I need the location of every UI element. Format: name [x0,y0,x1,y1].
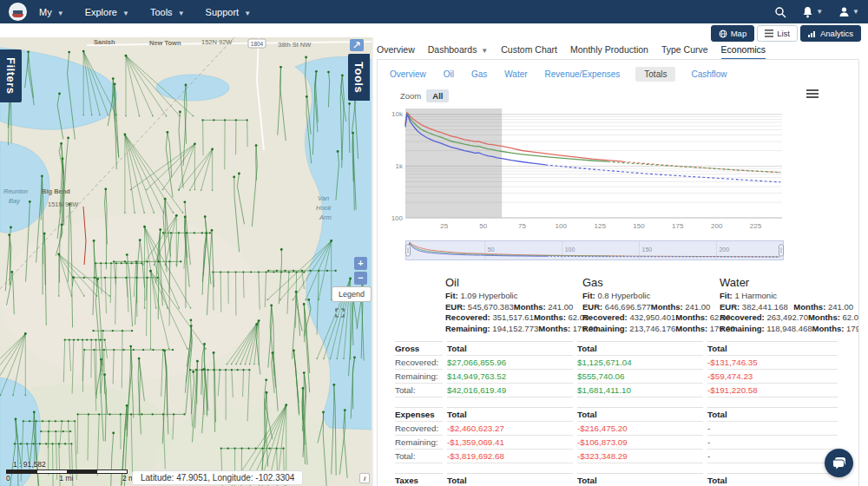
coordinates-readout: Latitude: 47.9051, Longitude: -102.3304 [132,470,303,485]
view-switcher: Map List Analytics [711,25,861,42]
table-row: Recovered:-$2,460,623.27-$216,475.20- [395,422,858,436]
menu-support[interactable]: Support ▼ [206,7,252,17]
globe-icon [719,30,727,38]
economics-subtab-bar: OverviewOilGasWaterRevenue/ExpensesTotal… [378,60,858,85]
money-value: $14,949,763.52 [447,370,573,384]
svg-text:125: 125 [595,222,607,230]
svg-text:100: 100 [391,214,404,222]
fit-line: Fit: 1.09 Hyperbolic [445,291,582,302]
scale-mark-0: 0 [6,474,10,483]
scale-bar: 1 : 91,582 0 1 mi 2 mi [6,460,136,483]
zoom-all-button[interactable]: All [426,89,449,102]
money-value: $1,681,411.10 [577,384,703,397]
chart-controls: Zoom All [400,88,858,103]
navigator-area: 50100150200 [405,240,858,264]
list-view-label: List [777,29,790,38]
table-header-row: TaxesTotalTotalTotal [395,473,858,486]
product-title: Water [720,276,859,289]
money-value: $27,066,855.96 [447,356,573,370]
subtab-overview[interactable]: Overview [388,67,428,82]
section-name: Taxes [395,473,443,486]
section-taxes: TaxesTotalTotalTotalRecovered:-$1,245,07… [395,473,858,486]
list-view-button[interactable]: List [757,25,798,42]
app-window: My ▼Explore ▼Tools ▼Support ▼ ▼ ▼ 1804Sa… [0,0,868,486]
stat-line: EUR: 545,670.383Months: 241.00 [445,302,582,313]
money-value: -$59,474.23 [707,370,838,384]
app-logo-icon[interactable] [9,3,27,21]
collapse-tools-icon[interactable] [350,39,364,51]
svg-text:25: 25 [440,222,448,230]
chat-button[interactable] [825,449,853,477]
scale-mark-1mi: 1 mi [59,474,73,483]
svg-text:150: 150 [633,222,645,230]
svg-text:50: 50 [479,222,487,230]
table-row: Remaining:-$1,359,069.41-$106,873.09- [395,436,858,450]
subtab-oil[interactable]: Oil [442,67,456,82]
map-canvas[interactable]: 1804SanishNew Town152N 92W38th St NW152B… [0,37,373,486]
chevron-down-icon: ▼ [481,47,488,55]
chart-menu-icon[interactable] [806,89,819,100]
tab-dashboards[interactable]: Dashboards ▼ [428,44,488,60]
navigator-handle-left[interactable] [406,245,411,256]
menu-tools[interactable]: Tools ▼ [150,7,185,17]
svg-text:50: 50 [488,246,495,253]
chat-icon [832,456,846,470]
scale-marks: 0 1 mi 2 mi [6,474,136,483]
money-value: -$191,220.58 [707,384,838,397]
stat-line: Remaining: 213,746.176Months: 179.00 [582,324,720,335]
map-label: 151N 93W [48,200,79,208]
stat-line: Remaining: 194,152.773Months: 179.00 [445,324,582,335]
history-region [405,108,502,218]
list-icon [765,30,773,37]
search-icon[interactable] [774,6,786,18]
menu-explore[interactable]: Explore ▼ [85,7,129,17]
tab-economics[interactable]: Economics [721,44,766,60]
svg-text:200: 200 [711,222,723,230]
highway-shield: 1804 [248,39,266,48]
svg-text:100: 100 [556,222,568,230]
map-view-label: Map [731,29,746,38]
subtab-water[interactable]: Water [503,67,529,82]
stat-line: Recovered: 432,950.401Months: 62.00 [582,312,720,324]
tab-monthly-production[interactable]: Monthly Production [570,44,648,60]
map-pane[interactable]: 1804SanishNew Town152N 92W38th St NW152B… [0,37,373,486]
filters-panel-tab[interactable]: Filters [0,49,22,102]
user-account-icon[interactable]: ▼ [838,6,859,17]
total-col-header: Total [447,407,573,422]
money-value: - [707,436,838,450]
row-label: Total: [395,384,443,397]
tools-panel-tab[interactable]: Tools [348,54,370,101]
row-label: Recovered: [395,356,443,370]
money-value: $42,016,619.49 [447,384,573,397]
range-navigator[interactable]: 50100150200 [405,240,784,260]
totals-table: GrossTotalTotalTotalRecovered:$27,066,85… [378,334,858,486]
svg-text:1804: 1804 [251,41,264,47]
menu-my[interactable]: My ▼ [39,7,64,17]
production-decline-chart[interactable]: 2550751001251501752002251001k10k [385,105,786,233]
stat-line: Recovered: 351,517.61Months: 62.00 [445,312,582,324]
map-info-button[interactable]: i [359,473,370,483]
total-col-header: Total [707,407,838,422]
subtab-gas[interactable]: Gas [470,67,489,82]
svg-text:225: 225 [750,222,762,230]
subtab-cashflow[interactable]: Cashflow [689,67,728,82]
svg-text:1k: 1k [396,162,404,170]
subtab-totals[interactable]: Totals [635,67,675,82]
legend-button[interactable]: Legend [332,286,372,302]
row-label: Total: [395,450,443,463]
zoom-out-button[interactable]: − [354,272,367,285]
map-view-button[interactable]: Map [711,25,754,42]
map-label: 38th St NW [278,41,312,49]
subtab-revenue-expenses[interactable]: Revenue/Expenses [543,67,622,82]
tab-custom-chart[interactable]: Custom Chart [501,44,557,60]
zoom-in-button[interactable]: + [354,257,367,270]
section-name: Expenses [395,407,443,422]
tab-type-curve[interactable]: Type Curve [661,44,708,60]
fullscreen-expand-icon[interactable] [335,305,345,321]
money-value: -$1,359,069.41 [447,436,573,450]
analytics-view-button[interactable]: Analytics [800,25,861,42]
table-row: Total:$42,016,619.49$1,681,411.10-$191,2… [395,384,858,397]
notifications-bell-icon[interactable]: ▼ [802,6,823,18]
tab-overview[interactable]: Overview [377,44,415,60]
navigator-handle-right[interactable] [779,245,784,256]
